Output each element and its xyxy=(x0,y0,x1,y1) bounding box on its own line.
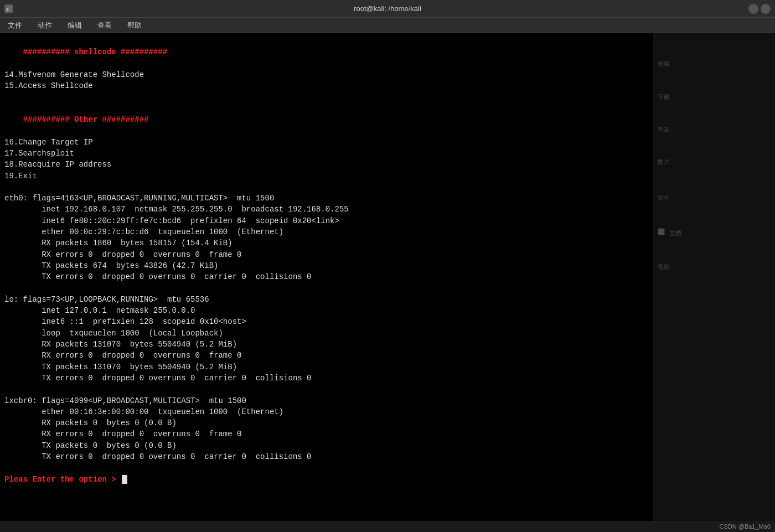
lxcbr0-rx2: RX errors 0 dropped 0 overruns 0 frame 0 xyxy=(4,428,771,440)
menu-file[interactable]: 文件 xyxy=(4,19,25,32)
line-14: 14.Msfvenom Generate Shellcode xyxy=(4,69,771,80)
empty-line-2 xyxy=(4,182,771,193)
empty-line-4 xyxy=(4,384,771,395)
lo-rx1: RX packets 131070 bytes 5504940 (5.2 MiB… xyxy=(4,339,771,350)
eth0-tx1: TX packets 674 bytes 43826 (42.7 KiB) xyxy=(4,260,771,271)
other-header: ########## Other ########## xyxy=(4,103,771,137)
empty-line-1 xyxy=(4,91,771,102)
menu-action[interactable]: 动作 xyxy=(34,19,55,32)
titlebar-title: root@kali: /home/kali xyxy=(354,4,421,13)
eth0-rx2: RX errors 0 dropped 0 overruns 0 frame 0 xyxy=(4,249,771,260)
svg-text:$: $ xyxy=(6,7,9,12)
menu-edit[interactable]: 编辑 xyxy=(64,19,85,32)
titlebar-buttons[interactable] xyxy=(748,4,771,14)
line-16: 16.Change Target IP xyxy=(4,137,771,148)
prompt-text: Pleas Enter the option > xyxy=(4,474,121,485)
eth0-inet6: inet6 fe80::20c:29ff:fe7c:bcd6 prefixlen… xyxy=(4,215,771,226)
menu-view[interactable]: 查看 xyxy=(94,19,115,32)
line-17: 17.Searchsploit xyxy=(4,148,771,159)
eth0-ether: ether 00:0c:29:7c:bc:d6 txqueuelen 1000 … xyxy=(4,226,771,237)
lo-inet6: inet6 ::1 prefixlen 128 scopeid 0x10<hos… xyxy=(4,316,771,327)
line-19: 19.Exit xyxy=(4,171,771,182)
eth0-tx2: TX errors 0 dropped 0 overruns 0 carrier… xyxy=(4,271,771,282)
titlebar: $ root@kali: /home/kali xyxy=(0,0,775,18)
lo-tx2: TX errors 0 dropped 0 overruns 0 carrier… xyxy=(4,373,771,384)
eth0-rx1: RX packets 1860 bytes 158157 (154.4 KiB) xyxy=(4,237,771,249)
lxcbr0-tx2: TX errors 0 dropped 0 overruns 0 carrier… xyxy=(4,451,771,462)
terminal[interactable]: ########## shellcode ########## 14.Msfve… xyxy=(0,33,775,521)
line-15: 15.Access Shellcode xyxy=(4,80,771,91)
terminal-icon: $ xyxy=(4,4,13,13)
lxcbr0-rx1: RX packets 0 bytes 0 (0.0 B) xyxy=(4,417,771,428)
lo-loop: loop txqueuelen 1000 (Local Loopback) xyxy=(4,328,771,339)
statusbar: CSDN @Ba1_Ma0 xyxy=(0,521,775,532)
menu-help[interactable]: 帮助 xyxy=(124,19,145,32)
menubar: 文件 动作 编辑 查看 帮助 xyxy=(0,18,775,33)
lo-rx2: RX errors 0 dropped 0 overruns 0 frame 0 xyxy=(4,350,771,361)
eth0-inet: inet 192.168.0.107 netmask 255.255.255.0… xyxy=(4,204,771,215)
lxcbr0-tx1: TX packets 0 bytes 0 (0.0 B) xyxy=(4,440,771,451)
lo-tx1: TX packets 131070 bytes 5504940 (5.2 MiB… xyxy=(4,361,771,373)
eth0-line1: eth0: flags=4163<UP,BROADCAST,RUNNING,MU… xyxy=(4,193,771,204)
maximize-button[interactable] xyxy=(761,4,771,14)
prompt-line[interactable]: Pleas Enter the option > xyxy=(4,474,771,485)
empty-line-5 xyxy=(4,462,771,473)
lxcbr0-line1: lxcbr0: flags=4099<UP,BROADCAST,MULTICAS… xyxy=(4,395,771,406)
line-18: 18.Reacquire IP address xyxy=(4,159,771,170)
terminal-cursor xyxy=(122,475,127,484)
empty-line-3 xyxy=(4,283,771,294)
lxcbr0-ether: ether 00:16:3e:00:00:00 txqueuelen 1000 … xyxy=(4,406,771,417)
statusbar-text: CSDN @Ba1_Ma0 xyxy=(720,523,771,530)
lo-line1: lo: flags=73<UP,LOOPBACK,RUNNING> mtu 65… xyxy=(4,294,771,305)
minimize-button[interactable] xyxy=(748,4,758,14)
shellcode-header: ########## shellcode ########## xyxy=(4,35,771,69)
titlebar-left: $ xyxy=(4,4,13,13)
lo-inet: inet 127.0.0.1 netmask 255.0.0.0 xyxy=(4,305,771,316)
